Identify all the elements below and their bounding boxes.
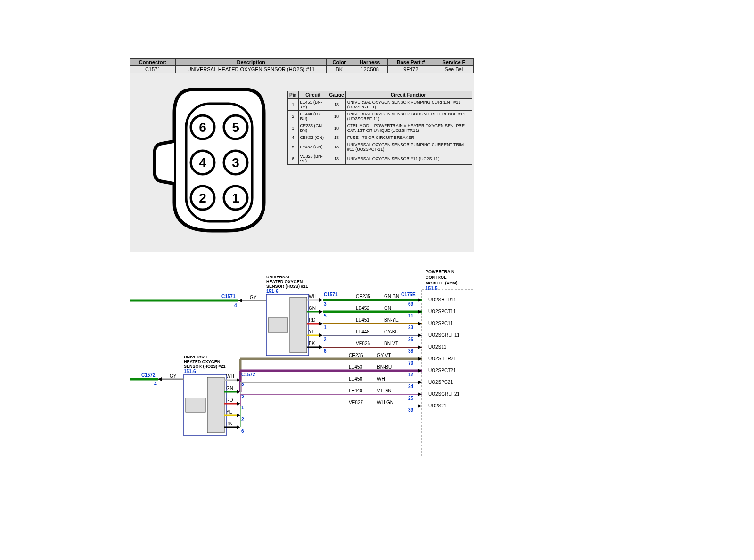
wire-pin: 5 (324, 313, 327, 318)
func-cell: UNIVERSAL OXYGEN SENSOR GROUND REFERENCE… (345, 111, 472, 122)
color-label: GN-BN (384, 294, 399, 299)
pcm-pin: 25 (408, 396, 414, 401)
signal-label: UO2SHTR21 (428, 356, 456, 361)
circuit-cell: CBK02 (GN) (298, 134, 328, 141)
circuit-label: LE451 (356, 317, 369, 323)
circuit-cell: LE452 (GN) (298, 141, 328, 153)
td-service: See Bel (434, 66, 473, 73)
inner-color: GN (226, 386, 233, 391)
th-service: Service F (434, 59, 473, 66)
pin-label-4: 4 (199, 155, 206, 170)
sensor-title: UNIVERSAL (184, 355, 209, 359)
sensor-ref: 151-6 (266, 289, 279, 294)
pin-label-2: 2 (199, 191, 206, 205)
inner-color: YE (226, 409, 233, 414)
conn-c1572-left: C1572 (141, 373, 156, 378)
pin-label-3: 3 (232, 155, 239, 170)
gauge-cell: 18 (328, 153, 345, 165)
sensor-ref: 151-6 (184, 369, 196, 374)
pin-cell: 5 (288, 141, 299, 153)
pin-th-3: Circuit Function (345, 91, 472, 99)
inner-color: WH (226, 374, 234, 379)
signal-label: UO2SGREF21 (428, 391, 460, 397)
pin-row: 3 CE235 (GN-BN) 18 CTRL MOD. - POWERTRAI… (288, 122, 472, 134)
signal-label: UO2S21 (428, 403, 447, 408)
svg-rect-26 (186, 398, 205, 412)
wiring-diagram: POWERTRAINCONTROLMODULE (PCM)151-5UNIVER… (130, 268, 474, 457)
pin-cell: 1 (288, 99, 299, 111)
pcm-pin: 69 (408, 301, 414, 307)
color-label: GN (384, 306, 391, 311)
gauge-cell: 18 (328, 134, 345, 141)
sensor-title: UNIVERSAL (266, 275, 291, 279)
inner-color: GN (309, 306, 316, 311)
wire-gy-21: GY (170, 373, 177, 379)
td-basepart: 9F472 (387, 66, 434, 73)
pin-label-6: 6 (199, 120, 206, 135)
td-description: UNIVERSAL HEATED OXYGEN SENSOR (HO2S) #1… (176, 66, 327, 73)
signal-label: UO2SGREF11 (428, 333, 460, 338)
td-connector: C1571 (130, 66, 176, 73)
connector-face-icon: 6 5 4 3 2 1 (146, 80, 278, 240)
func-cell: FUSE - 76 OR CIRCUIT BREAKER (345, 134, 472, 141)
func-cell: UNIVERSAL OXYGEN SENSOR PUMPING CURRENT … (345, 141, 472, 153)
signal-label: UO2SPCT11 (428, 309, 456, 314)
color-label: BN-BU (377, 365, 392, 370)
circuit-cell: VE826 (BN-VT) (298, 153, 328, 165)
pcm-pin: 26 (408, 337, 414, 342)
th-connector: Connector: (130, 59, 176, 66)
inner-color: WH (309, 294, 317, 299)
conn-c1571-left: C1571 (221, 294, 236, 299)
pin-cell: 6 (288, 153, 299, 165)
circuit-label: CE236 (349, 353, 363, 358)
color-label: WH-GN (377, 400, 393, 405)
pin-row: 1 LE451 (BN-YE) 18 UNIVERSAL OXYGEN SENS… (288, 99, 472, 111)
circuit-label: LE452 (356, 306, 369, 311)
signal-label: UO2SPC21 (428, 380, 453, 385)
pin-cell: 2 (288, 111, 299, 122)
th-description: Description (176, 59, 327, 66)
inner-color: YE (309, 329, 315, 334)
svg-rect-10 (290, 297, 307, 353)
color-label: GY-VT (377, 353, 391, 358)
pcm-title3: MODULE (PCM) (426, 281, 458, 285)
pin-row: 6 VE826 (BN-VT) 18 UNIVERSAL OXYGEN SENS… (288, 153, 472, 165)
color-label: WH (377, 376, 385, 381)
circuit-label: LE449 (349, 388, 362, 393)
pin-label-1: 1 (232, 191, 239, 205)
pcm-title: POWERTRAIN (426, 269, 455, 274)
pin-table: PinCircuitGaugeCircuit Function 1 LE451 … (287, 91, 472, 165)
wire-pin: 6 (241, 429, 244, 434)
color-label: VT-GN (377, 388, 392, 393)
color-label: BN-YE (384, 317, 399, 323)
pin-row: 4 CBK02 (GN) 18 FUSE - 76 OR CIRCUIT BRE… (288, 134, 472, 141)
pcm-title2: CONTROL (426, 275, 447, 280)
th-harness: Harness (352, 59, 387, 66)
pcm-pin: 12 (408, 372, 414, 377)
inner-color: BK (309, 341, 315, 346)
pcm-pin: 70 (408, 360, 414, 365)
circuit-cell: LE451 (BN-YE) (298, 99, 328, 111)
signal-label: UO2SPCT21 (428, 368, 456, 373)
wire-gy: GY (250, 295, 257, 300)
pcm-pin: 38 (408, 349, 414, 354)
th-color: Color (327, 59, 352, 66)
sensor-title: SENSOR (HO2S) #11 (266, 284, 308, 289)
wire-pin: 6 (324, 349, 327, 354)
pin-th-2: Gauge (328, 91, 345, 99)
inner-color: RD (226, 398, 233, 403)
pcm-pin: 11 (408, 313, 414, 318)
wire-pin: 2 (241, 417, 244, 422)
gauge-cell: 18 (328, 99, 345, 111)
th-basepart: Base Part # (387, 59, 434, 66)
pcm-pin: 24 (408, 384, 414, 389)
circuit-cell: CE235 (GN-BN) (298, 122, 328, 134)
inner-color: BK (226, 421, 233, 426)
pin-row: 5 LE452 (GN) 18 UNIVERSAL OXYGEN SENSOR … (288, 141, 472, 153)
svg-rect-25 (207, 377, 224, 433)
circuit-label: VE826 (356, 341, 370, 346)
conn-c1571: C1571 (324, 292, 338, 297)
pcm-pin: 23 (408, 325, 414, 330)
sensor-title: HEATED OXYGEN (184, 359, 220, 364)
circuit-label: LE453 (349, 365, 362, 370)
